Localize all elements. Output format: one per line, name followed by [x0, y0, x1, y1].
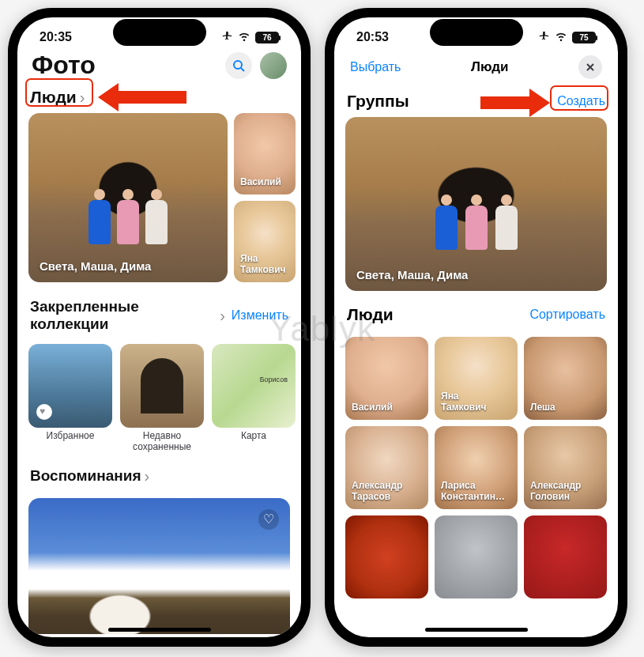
person-label: ЛарисаКонстантин… [441, 481, 505, 503]
wifi-icon [555, 30, 567, 44]
group-album-label: Света, Маша, Дима [40, 259, 151, 273]
pinned-map[interactable]: Борисов Карта [212, 344, 296, 453]
dynamic-island [113, 19, 206, 46]
dynamic-island [430, 19, 523, 46]
person-tile[interactable] [435, 515, 518, 598]
annotation-arrow-left [98, 83, 186, 111]
pinned-caption: Избранное [28, 431, 112, 442]
airplane-icon [220, 30, 233, 44]
person-tile[interactable]: АлександрГоловин [524, 426, 607, 509]
person-label: ЯнаТамкович [240, 254, 285, 276]
battery-indicator: 76 [255, 32, 279, 43]
person-tile-yana[interactable]: ЯнаТамкович [234, 201, 296, 282]
pinned-recent[interactable]: Недавносохраненные [120, 344, 204, 453]
status-time: 20:35 [40, 30, 72, 44]
person-label: Леша [530, 402, 555, 413]
person-label: Василий [352, 402, 393, 413]
person-tile-vasiliy[interactable]: Василий [234, 113, 296, 194]
home-indicator[interactable] [425, 628, 528, 632]
person-tile[interactable]: Василий [345, 337, 428, 420]
person-label: Василий [240, 177, 281, 188]
search-button[interactable] [225, 52, 252, 79]
svg-line-1 [241, 68, 244, 71]
person-label: АлександрТарасов [352, 481, 402, 503]
pinned-section-label: Закрепленные коллекции [30, 298, 217, 333]
person-tile[interactable] [524, 515, 607, 598]
person-tile[interactable] [345, 515, 428, 598]
select-button[interactable]: Выбрать [350, 60, 401, 74]
favorite-heart-icon[interactable]: ♡ [258, 509, 279, 530]
svg-rect-3 [551, 86, 608, 110]
svg-rect-2 [26, 79, 92, 106]
person-label: АлександрГоловин [530, 481, 581, 503]
pinned-caption: Карта [212, 431, 296, 442]
chevron-right-icon: › [145, 467, 150, 485]
annotation-outline [25, 78, 96, 110]
annotation-arrow-right [480, 89, 550, 117]
chevron-right-icon: › [220, 307, 225, 325]
heart-icon: ♥ [40, 406, 45, 417]
groups-title: Группы [347, 92, 409, 111]
memories-section-link[interactable]: Воспоминания › [28, 466, 290, 492]
airplane-icon [537, 30, 550, 44]
close-button[interactable] [578, 55, 602, 79]
group-album-label: Света, Маша, Дима [356, 268, 468, 281]
memories-section-label: Воспоминания [30, 467, 141, 485]
wifi-icon [238, 30, 250, 44]
group-album-tile[interactable]: Света, Маша, Дима [345, 117, 607, 291]
people-list-title: Люди [347, 305, 394, 324]
sort-button[interactable]: Сортировать [529, 308, 605, 322]
profile-avatar[interactable] [260, 52, 287, 79]
pinned-section-link[interactable]: Закрепленные коллекции › Изменить [28, 296, 290, 339]
modal-title: Люди [471, 59, 508, 75]
person-tile[interactable]: АлександрТарасов [345, 426, 428, 509]
person-tile[interactable]: ЯнаТамкович [435, 337, 518, 420]
person-tile[interactable]: Леша [524, 337, 607, 420]
edit-pinned-button[interactable]: Изменить [232, 308, 288, 323]
pinned-caption: Недавносохраненные [120, 431, 204, 453]
map-label: Борисов [260, 376, 288, 383]
battery-indicator: 75 [572, 32, 596, 43]
status-time: 20:53 [356, 30, 389, 44]
annotation-outline [550, 85, 610, 112]
memory-tile[interactable]: ♡ [28, 498, 290, 634]
pinned-favorites[interactable]: ♥ Избранное [28, 344, 112, 453]
person-label: ЯнаТамкович [441, 391, 486, 413]
phone-right: 20:53 75 Выбрать Люди [325, 8, 627, 647]
phone-left: 20:35 76 Фото [8, 8, 311, 647]
person-tile[interactable]: ЛарисаКонстантин… [435, 426, 518, 509]
svg-point-0 [234, 61, 242, 69]
group-album-tile[interactable]: Света, Маша, Дима [28, 113, 228, 282]
home-indicator[interactable] [108, 628, 211, 632]
page-title: Фото [32, 51, 96, 80]
